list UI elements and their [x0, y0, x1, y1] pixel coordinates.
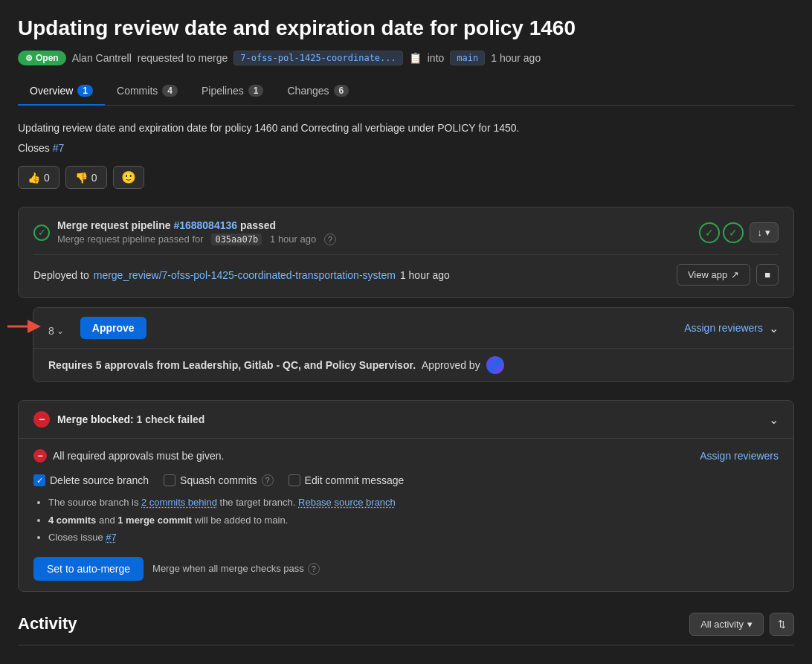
- tab-commits-badge: 4: [162, 85, 178, 97]
- tab-commits-label: Commits: [117, 85, 158, 97]
- open-badge: Open: [18, 51, 66, 65]
- download-btn[interactable]: ↓ ▾: [750, 222, 779, 242]
- pipeline-card: ✓ Merge request pipeline #1688084136 pas…: [18, 207, 794, 298]
- auto-merge-help-icon[interactable]: ?: [308, 563, 320, 575]
- external-link-icon: ↗: [731, 269, 739, 280]
- pipeline-title: Merge request pipeline #1688084136 passe…: [57, 219, 336, 231]
- thumbs-up-icon: 👍: [28, 172, 40, 184]
- stop-icon: ■: [764, 269, 770, 280]
- blocked-header: − Merge blocked: 1 check failed ⌄: [19, 401, 793, 439]
- required-approvals-text: All required approvals must be given.: [53, 450, 224, 462]
- all-activity-button[interactable]: All activity ▾: [689, 613, 764, 636]
- tab-overview-label: Overview: [30, 85, 73, 97]
- closes-issue-link[interactable]: #7: [106, 532, 116, 543]
- tab-pipelines[interactable]: Pipelines 1: [190, 77, 276, 106]
- red-arrow-indicator: [6, 316, 42, 337]
- blocked-collapse-btn[interactable]: ⌄: [769, 413, 779, 427]
- squash-help-icon[interactable]: ?: [262, 474, 274, 486]
- approve-number: 8 ⌄: [48, 320, 64, 337]
- merge-blocked-card: − Merge blocked: 1 check failed ⌄ − All …: [18, 400, 794, 592]
- tab-overview-badge: 1: [77, 85, 93, 97]
- approvals-info: Requires 5 approvals from Leadership, Gi…: [33, 348, 793, 381]
- sort-icon: ⇅: [778, 619, 786, 630]
- reactions-row: 👍 0 👎 0 🙂: [18, 166, 794, 189]
- view-app-button[interactable]: View app ↗: [677, 264, 750, 286]
- tabs-row: Overview 1 Commits 4 Pipelines 1 Changes…: [18, 77, 794, 106]
- approve-row: 8 ⌄ Approve Assign reviewers ⌄: [33, 308, 793, 348]
- activity-title: Activity: [18, 614, 77, 634]
- source-branch-badge[interactable]: 7-ofss-pol-1425-coordinate...: [233, 51, 403, 65]
- download-icon: ↓: [758, 227, 763, 238]
- activity-dropdown-icon: ▾: [747, 619, 753, 630]
- commits-behind-link[interactable]: 2 commits behind: [141, 497, 217, 508]
- squash-commits-checkbox[interactable]: Squash commits ?: [164, 474, 273, 486]
- author-name: Alan Cantrell: [72, 52, 132, 64]
- set-auto-merge-button[interactable]: Set to auto-merge: [33, 557, 144, 581]
- sort-activity-button[interactable]: ⇅: [770, 613, 794, 636]
- blocked-assign-reviewers-link[interactable]: Assign reviewers: [700, 450, 779, 462]
- checkbox-unchecked-icon-2: [289, 474, 300, 486]
- deploy-time: 1 hour ago: [400, 269, 450, 281]
- rebase-link[interactable]: Rebase source branch: [298, 497, 396, 508]
- meta-copy-icon: 📋: [409, 52, 422, 64]
- edit-commit-message-checkbox[interactable]: Edit commit message: [289, 474, 405, 486]
- closes-link[interactable]: #7: [53, 142, 65, 154]
- bullet-3: Closes issue #7: [48, 530, 779, 545]
- tab-pipelines-label: Pipelines: [202, 85, 244, 97]
- pipeline-help-icon[interactable]: ?: [324, 233, 336, 245]
- view-app-label: View app: [688, 269, 727, 280]
- approvals-required-text: Requires 5 approvals from Leadership, Gi…: [48, 359, 416, 371]
- bullet-2: 4 commits and 1 merge commit will be add…: [48, 513, 779, 528]
- deployed-to-text: Deployed to: [33, 269, 89, 281]
- bullet-1: The source branch is 2 commits behind th…: [48, 495, 779, 510]
- meta-time: 1 hour ago: [491, 52, 541, 64]
- info-bullets: The source branch is 2 commits behind th…: [33, 495, 779, 545]
- approve-collapse-btn[interactable]: ⌄: [769, 321, 779, 335]
- meta-action: requested to merge: [138, 52, 228, 64]
- all-activity-label: All activity: [700, 619, 744, 630]
- approver-avatar: [486, 356, 504, 374]
- auto-merge-row: Set to auto-merge Merge when all merge c…: [33, 557, 779, 581]
- description-text: Updating review date and expiration date…: [18, 120, 794, 136]
- blocked-title: Merge blocked: 1 check failed: [57, 413, 204, 425]
- required-error-icon: −: [33, 449, 47, 462]
- options-row: ✓ Delete source branch Squash commits ? …: [33, 474, 779, 486]
- target-branch-badge[interactable]: main: [450, 51, 485, 65]
- checkbox-unchecked-icon: [164, 474, 175, 486]
- assign-reviewers-row: Assign reviewers ⌄: [684, 321, 779, 335]
- pipeline-subtitle: Merge request pipeline passed for 035aa0…: [57, 233, 336, 245]
- required-approvals-row: − All required approvals must be given. …: [33, 449, 779, 462]
- stop-deploy-btn[interactable]: ■: [756, 264, 779, 286]
- tab-pipelines-badge: 1: [248, 85, 264, 97]
- meta-into: into: [428, 52, 445, 64]
- pipeline-link[interactable]: #1688084136: [173, 219, 237, 231]
- tab-changes-label: Changes: [287, 85, 329, 97]
- approve-button[interactable]: Approve: [80, 317, 146, 339]
- meta-row: Open Alan Cantrell requested to merge 7-…: [18, 51, 794, 65]
- double-check-icons: ✓ ✓: [699, 222, 744, 243]
- tab-commits[interactable]: Commits 4: [105, 77, 190, 106]
- blocked-error-icon: −: [33, 411, 50, 428]
- add-reaction-btn[interactable]: 🙂: [113, 166, 144, 189]
- tab-changes-badge: 6: [334, 85, 349, 97]
- thumbs-up-btn[interactable]: 👍 0: [18, 166, 59, 189]
- checkbox-checked-icon: ✓: [33, 474, 45, 486]
- thumbs-down-count: 0: [91, 172, 97, 184]
- tab-overview[interactable]: Overview 1: [18, 77, 105, 106]
- edit-commit-label: Edit commit message: [305, 474, 405, 486]
- emoji-icon: 🙂: [121, 171, 136, 184]
- activity-section: Activity All activity ▾ ⇅: [18, 613, 794, 645]
- assign-reviewers-link[interactable]: Assign reviewers: [684, 322, 763, 334]
- pipeline-success-icon: ✓: [33, 225, 50, 241]
- commit-hash: 035aa07b: [211, 233, 262, 245]
- thumbs-down-btn[interactable]: 👎 0: [65, 166, 107, 189]
- tab-changes[interactable]: Changes 6: [275, 77, 361, 106]
- squash-commits-label: Squash commits: [180, 474, 257, 486]
- deploy-link[interactable]: merge_review/7-ofss-pol-1425-coordinated…: [94, 269, 396, 281]
- thumbs-down-icon: 👎: [75, 172, 88, 184]
- deploy-row: Deployed to merge_review/7-ofss-pol-1425…: [33, 254, 779, 286]
- thumbs-up-count: 0: [44, 172, 50, 184]
- delete-source-branch-checkbox[interactable]: ✓ Delete source branch: [33, 474, 149, 486]
- activity-controls: All activity ▾ ⇅: [689, 613, 794, 636]
- blocked-body: − All required approvals must be given. …: [19, 439, 793, 591]
